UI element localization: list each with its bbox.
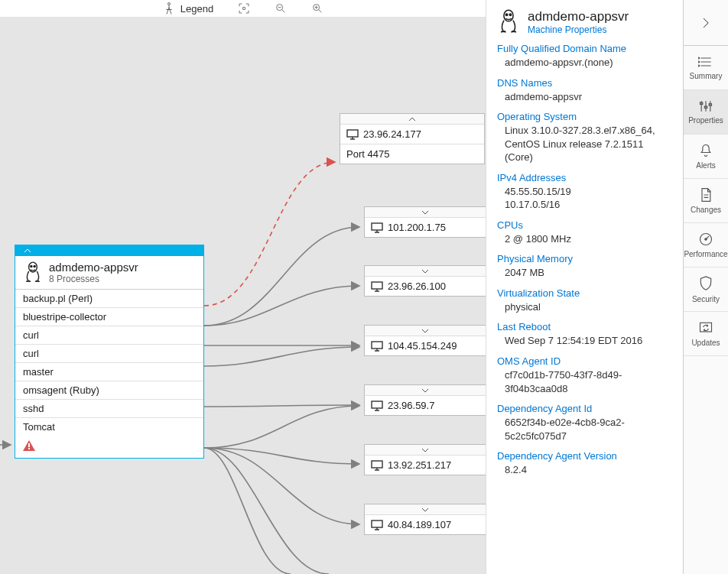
target-expand-bar[interactable] <box>365 445 486 456</box>
panel-subtitle: Machine Properties <box>528 24 629 35</box>
target-node[interactable]: 23.96.26.100 <box>364 265 486 297</box>
canvas-toolbar: Legend <box>0 0 486 17</box>
prop-key: DNS Names <box>497 77 672 89</box>
prop-value: admdemo-appsvr <box>505 90 672 104</box>
target-node[interactable]: 101.200.1.75 <box>364 206 486 238</box>
prop-key: Physical Memory <box>497 253 672 264</box>
server-node[interactable]: admdemo-appsvr 8 Processes backup.pl (Pe… <box>15 245 204 459</box>
target-expand-bar[interactable] <box>365 504 486 515</box>
target-node[interactable]: 40.84.189.107 <box>364 504 486 535</box>
process-item[interactable]: backup.pl (Perl) <box>15 290 203 308</box>
tab-updates[interactable]: Updates <box>684 312 728 356</box>
svg-rect-8 <box>28 448 30 449</box>
process-item[interactable]: bluestripe-collector <box>15 308 203 326</box>
zoom-out-button[interactable] <box>275 2 287 15</box>
tab-label: Performance <box>684 250 727 258</box>
target-ip: 23.96.59.7 <box>388 400 434 411</box>
target-ip: 101.200.1.75 <box>388 222 446 233</box>
process-item[interactable]: Tomcat <box>15 418 203 436</box>
svg-point-26 <box>705 238 707 241</box>
refresh-icon <box>698 320 713 336</box>
target-node[interactable]: 104.45.154.249 <box>364 325 486 356</box>
svg-rect-1 <box>243 8 245 10</box>
chevron-right-icon <box>699 16 713 30</box>
tab-alerts[interactable]: Alerts <box>684 135 728 179</box>
target-port-row[interactable]: Port 4475 <box>340 144 484 164</box>
tab-label: Updates <box>691 339 720 347</box>
process-item[interactable]: curl <box>15 326 203 345</box>
target-node[interactable]: 23.96.24.177 Port 4475 <box>340 113 485 164</box>
prop-key: OMS Agent ID <box>497 355 672 367</box>
fit-button[interactable] <box>238 2 250 15</box>
list-icon <box>698 55 713 69</box>
computer-icon <box>371 520 383 530</box>
chevron-down-icon <box>421 268 430 275</box>
target-collapse-bar[interactable] <box>340 114 484 125</box>
target-ip-row: 23.96.24.177 <box>340 125 484 144</box>
panel-title: admdemo-appsvr <box>528 9 629 24</box>
svg-point-0 <box>167 3 170 5</box>
collapse-panel-button[interactable] <box>684 0 728 46</box>
target-expand-bar[interactable] <box>365 385 486 396</box>
linux-icon <box>497 9 520 35</box>
dependency-canvas[interactable]: admdemo-appsvr 8 Processes backup.pl (Pe… <box>0 17 486 574</box>
svg-rect-11 <box>372 282 382 289</box>
prop-value: Linux 3.10.0-327.28.3.el7.x86_64, CentOS… <box>505 124 672 164</box>
alert-icon <box>23 440 35 451</box>
target-node[interactable]: 13.92.251.217 <box>364 444 486 475</box>
computer-icon <box>371 281 383 292</box>
target-ip: 40.84.189.107 <box>388 519 451 530</box>
server-subtitle: 8 Processes <box>49 274 138 284</box>
properties-panel: admdemo-appsvr Machine Properties Fully … <box>486 0 683 574</box>
chevron-up-icon <box>23 247 32 255</box>
process-item[interactable]: sshd <box>15 400 203 418</box>
shield-icon <box>698 275 713 292</box>
svg-rect-12 <box>372 342 382 349</box>
prop-value: cf7c0d1b-7750-43f7-8d49-3f04b3caa0d8 <box>505 368 672 395</box>
tab-performance[interactable]: Performance <box>684 223 728 268</box>
svg-point-20 <box>698 61 700 63</box>
prop-key: Dependency Agent Version <box>497 450 672 462</box>
process-list: backup.pl (Perl) bluestripe-collector cu… <box>15 289 203 436</box>
tab-security[interactable]: Security <box>684 268 728 312</box>
target-expand-bar[interactable] <box>365 326 486 336</box>
server-alert-row[interactable] <box>15 436 203 458</box>
tab-label: Properties <box>688 116 723 125</box>
tab-label: Summary <box>690 72 723 80</box>
prop-key: IPv4 Addresses <box>497 172 672 183</box>
svg-rect-14 <box>372 461 382 468</box>
target-node[interactable]: 23.96.59.7 <box>364 384 486 416</box>
process-label: backup.pl (Perl) <box>23 293 93 304</box>
zoom-in-button[interactable] <box>311 2 323 15</box>
process-item[interactable]: omsagent (Ruby) <box>15 381 203 400</box>
panel-header: admdemo-appsvr Machine Properties <box>497 9 672 35</box>
tab-properties[interactable]: Properties <box>684 90 728 135</box>
tab-changes[interactable]: Changes <box>684 179 728 223</box>
prop-key: Operating System <box>497 111 672 122</box>
legend-button[interactable]: Legend <box>162 2 213 15</box>
target-expand-bar[interactable] <box>365 266 486 277</box>
chevron-up-icon <box>408 115 417 123</box>
svg-point-17 <box>505 14 507 15</box>
computer-icon <box>371 222 383 233</box>
sliders-icon <box>698 99 713 113</box>
process-label: sshd <box>23 403 44 414</box>
prop-key: CPUs <box>497 219 672 231</box>
svg-rect-15 <box>372 520 382 527</box>
server-name: admdemo-appsvr <box>49 261 138 274</box>
prop-value: physical <box>505 300 672 314</box>
target-expand-bar[interactable] <box>365 207 486 218</box>
tab-summary[interactable]: Summary <box>684 46 728 90</box>
chevron-down-icon <box>421 506 430 514</box>
process-label: Tomcat <box>23 421 55 433</box>
prop-value: 8.2.4 <box>505 463 672 477</box>
target-ip: 23.96.26.100 <box>388 281 446 292</box>
process-item[interactable]: master <box>15 363 203 381</box>
process-item[interactable]: curl <box>15 345 203 363</box>
process-label: master <box>23 366 54 378</box>
svg-point-19 <box>698 57 700 59</box>
process-label: omsagent (Ruby) <box>23 384 99 396</box>
legend-label: Legend <box>180 3 213 15</box>
chevron-down-icon <box>421 327 430 335</box>
server-node-collapse-bar[interactable] <box>15 245 203 256</box>
